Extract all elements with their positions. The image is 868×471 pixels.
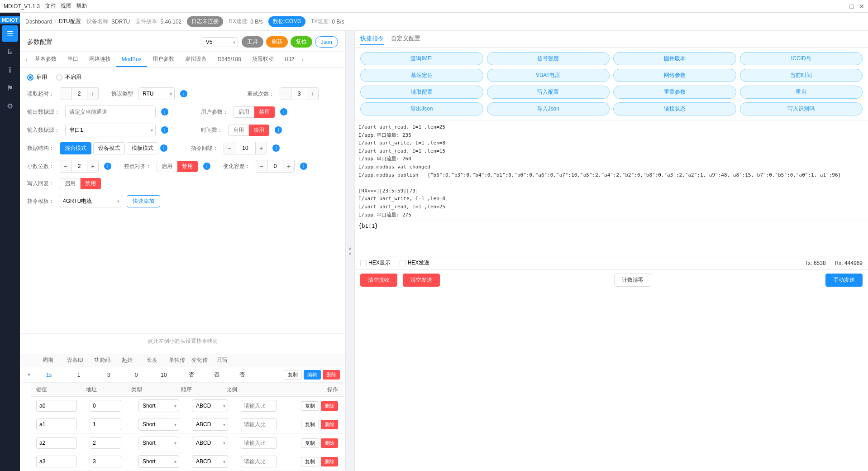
write-reply-enable[interactable]: 启用	[60, 178, 81, 189]
retry-plus[interactable]: +	[307, 88, 318, 100]
row-copy-btn[interactable]: 复制	[284, 370, 302, 380]
write-reply-disable[interactable]: 禁用	[81, 178, 101, 189]
timestamp-info-icon[interactable]: i	[275, 126, 282, 134]
sidebar-icon-menu[interactable]: ☰	[2, 25, 18, 42]
minimize-btn[interactable]: —	[838, 3, 844, 10]
sidebar-icon-info[interactable]: ℹ	[2, 62, 18, 78]
decimal-input[interactable]	[71, 160, 87, 172]
tab-quick-cmd[interactable]: 快捷指令	[360, 34, 384, 45]
tab-basic-params[interactable]: 基本参数	[29, 52, 62, 67]
tab-network[interactable]: 网络连接	[84, 52, 116, 67]
sub-del-3[interactable]: 删除	[321, 457, 338, 466]
maximize-btn[interactable]: □	[850, 3, 854, 10]
breadcrumb-dashboard[interactable]: Dashboard	[25, 19, 52, 25]
align-enable[interactable]: 启用	[157, 161, 177, 172]
quick-btn-9[interactable]: 写入配置	[487, 86, 610, 99]
sub-copy-3[interactable]: 复制	[301, 457, 319, 466]
quick-btn-11[interactable]: 重启	[740, 86, 863, 99]
menu-view[interactable]: 视图	[61, 2, 72, 10]
quick-btn-13[interactable]: 导入Json	[487, 102, 610, 115]
struct-info-icon[interactable]: i	[160, 144, 167, 152]
tab-d645[interactable]: D645/188	[212, 53, 247, 67]
hex-send-checkbox[interactable]: HEX发送	[400, 259, 430, 267]
row-del-btn[interactable]: 删除	[323, 370, 340, 380]
sub-del-0[interactable]: 删除	[321, 401, 338, 411]
sub-copy-1[interactable]: 复制	[301, 420, 319, 429]
output-info-icon[interactable]: i	[161, 108, 168, 115]
quick-btn-15[interactable]: 写入识别码	[740, 102, 863, 115]
retry-input[interactable]	[291, 88, 307, 100]
radio-enable[interactable]: 启用	[27, 73, 47, 81]
row-edit-btn[interactable]: 编辑	[304, 370, 321, 380]
sidebar-icon-flag[interactable]: ⚑	[2, 80, 18, 96]
sub-addr-3[interactable]	[90, 456, 121, 467]
sub-key-2[interactable]	[36, 437, 77, 449]
sub-ratio-2[interactable]	[241, 437, 277, 449]
sub-key-3[interactable]	[36, 456, 77, 467]
tab-prev[interactable]: ‹	[24, 54, 29, 65]
log-status-btn[interactable]: 日志未连接	[187, 16, 223, 27]
change-tol-info-icon[interactable]: i	[300, 163, 307, 170]
user-params-disable[interactable]: 禁用	[254, 106, 275, 118]
quick-btn-3[interactable]: ICCID号	[740, 52, 863, 65]
sub-copy-2[interactable]: 复制	[301, 438, 319, 448]
clear-count-btn[interactable]: 计数清零	[614, 274, 651, 287]
sub-del-2[interactable]: 删除	[321, 438, 338, 448]
change-tol-input[interactable]	[267, 160, 283, 172]
input-info-icon[interactable]: i	[161, 126, 168, 134]
tab-hj2[interactable]: HJ2	[279, 53, 300, 67]
change-tol-plus[interactable]: +	[283, 160, 294, 172]
btn-reset[interactable]: 复位	[291, 36, 312, 48]
data-com-btn[interactable]: 数据:COM3	[268, 16, 305, 27]
sub-del-1[interactable]: 删除	[321, 420, 338, 429]
sub-type-0[interactable]: Short	[138, 399, 179, 412]
quick-btn-8[interactable]: 读取配置	[360, 86, 483, 99]
decimal-plus[interactable]: +	[87, 160, 98, 172]
tab-user-params[interactable]: 用户参数	[147, 52, 180, 67]
close-btn[interactable]: ✕	[859, 3, 864, 10]
sub-copy-0[interactable]: 复制	[301, 401, 319, 411]
read-timeout-input[interactable]	[71, 88, 87, 100]
sub-order-0[interactable]: ABCD	[192, 399, 228, 412]
cmd-interval-info-icon[interactable]: i	[272, 144, 280, 152]
read-timeout-minus[interactable]: −	[60, 88, 71, 100]
btn-json[interactable]: Json	[315, 36, 338, 48]
sub-addr-0[interactable]	[90, 400, 121, 412]
protocol-type-select[interactable]: RTU	[138, 87, 175, 100]
quick-btn-5[interactable]: VBAT电压	[487, 69, 610, 82]
input-source-select[interactable]: 串口1	[65, 124, 156, 136]
decimal-info-icon[interactable]: i	[104, 163, 111, 170]
sidebar-icon-settings[interactable]: ⚙	[2, 98, 18, 114]
manual-send-btn[interactable]: 手动发送	[825, 274, 863, 287]
protocol-info-icon[interactable]: i	[180, 90, 187, 97]
sub-ratio-0[interactable]	[241, 400, 277, 412]
decimal-minus[interactable]: −	[60, 160, 71, 172]
quick-btn-2[interactable]: 固件版本	[613, 52, 736, 65]
sub-type-3[interactable]: Short	[138, 455, 179, 468]
tab-custom-config[interactable]: 自定义配置	[391, 34, 420, 45]
btn-tool[interactable]: 工具	[242, 36, 263, 48]
menu-help[interactable]: 帮助	[76, 2, 87, 10]
expand-icon[interactable]: ▼	[25, 371, 33, 379]
hex-display-checkbox[interactable]: HEX显示	[360, 259, 391, 267]
sub-order-1[interactable]: ABCD	[192, 418, 228, 431]
struct-device[interactable]: 设备模式	[93, 142, 125, 154]
quick-btn-0[interactable]: 查询IMEI	[360, 52, 483, 65]
version-select[interactable]: V5	[202, 37, 238, 47]
sub-key-0[interactable]	[36, 400, 77, 412]
sub-addr-2[interactable]	[90, 437, 121, 449]
tab-next[interactable]: ›	[300, 54, 305, 65]
quick-btn-14[interactable]: 链接状态	[613, 102, 736, 115]
change-tol-minus[interactable]: −	[256, 160, 267, 172]
quick-btn-7[interactable]: 当前时间	[740, 69, 863, 82]
quick-add-btn[interactable]: 快速添加	[127, 195, 160, 207]
read-timeout-plus[interactable]: +	[87, 88, 98, 100]
tab-serial[interactable]: 串口	[62, 52, 84, 67]
cmd-template-select[interactable]: 4GRTU电流	[59, 195, 122, 207]
cmd-interval-minus[interactable]: −	[224, 142, 235, 154]
sidebar-icon-monitor[interactable]: 🖥	[2, 43, 18, 60]
timestamp-disable[interactable]: 禁用	[249, 125, 269, 136]
sub-ratio-3[interactable]	[241, 456, 277, 467]
quick-btn-4[interactable]: 基站定位	[360, 69, 483, 82]
tab-virtual-device[interactable]: 虚拟设备	[180, 52, 212, 67]
